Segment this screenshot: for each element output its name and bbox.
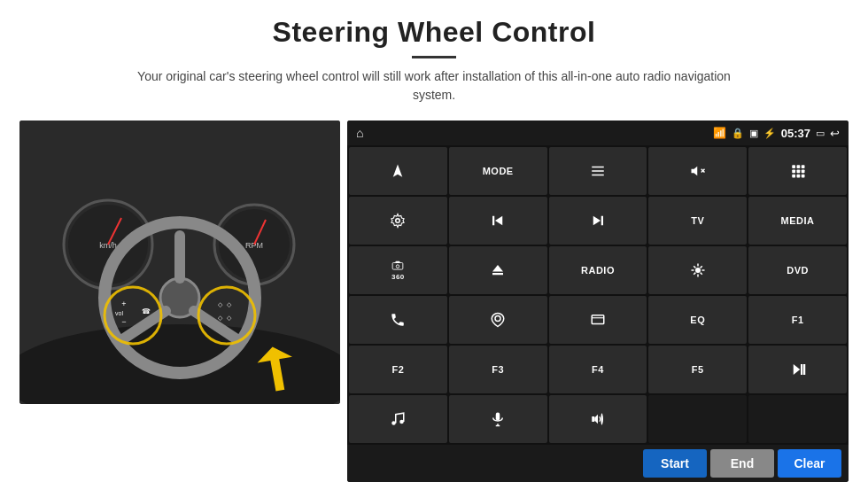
- svg-marker-30: [691, 167, 697, 176]
- svg-point-69: [400, 420, 405, 424]
- svg-line-58: [694, 266, 695, 268]
- btn-eq[interactable]: EQ: [648, 296, 747, 344]
- btn-music[interactable]: [349, 395, 447, 443]
- status-bar: ⌂ 📶 🔒 ▣ ⚡ 05:37 ▭ ↩: [347, 120, 849, 145]
- svg-marker-74: [594, 415, 598, 424]
- bt-icon: ⚡: [763, 128, 776, 139]
- svg-marker-26: [393, 165, 403, 177]
- btn-tv[interactable]: TV: [648, 197, 747, 245]
- action-bar: Start End Clear: [347, 445, 849, 482]
- svg-text:km/h: km/h: [99, 241, 117, 250]
- car-image-panel: km/h RPM + vol: [19, 120, 340, 404]
- svg-rect-38: [801, 170, 804, 174]
- header-section: Steering Wheel Control Your original car…: [0, 0, 868, 113]
- btn-list[interactable]: [549, 147, 647, 195]
- svg-rect-41: [801, 175, 804, 178]
- btn-mode[interactable]: MODE: [449, 147, 547, 195]
- svg-rect-63: [592, 315, 604, 324]
- btn-mic[interactable]: [449, 395, 547, 443]
- svg-rect-33: [792, 165, 795, 168]
- status-right: 📶 🔒 ▣ ⚡ 05:37 ▭ ↩: [713, 127, 840, 140]
- btn-playpause[interactable]: [748, 346, 847, 393]
- home-icon[interactable]: ⌂: [356, 126, 363, 140]
- svg-point-49: [397, 265, 400, 268]
- svg-point-53: [695, 268, 701, 273]
- btn-media[interactable]: MEDIA: [748, 197, 847, 245]
- wifi-icon: 📶: [713, 127, 726, 139]
- svg-text:+: +: [121, 299, 126, 308]
- btn-360cam[interactable]: 360: [349, 246, 447, 294]
- svg-rect-28: [592, 170, 604, 172]
- btn-f5[interactable]: F5: [648, 346, 747, 393]
- btn-gps[interactable]: [449, 296, 547, 344]
- svg-rect-47: [601, 216, 603, 226]
- btn-brightness[interactable]: [648, 246, 747, 294]
- svg-rect-52: [492, 273, 503, 275]
- btn-grid: MODE: [347, 145, 849, 445]
- btn-phone[interactable]: [349, 296, 447, 344]
- svg-rect-37: [796, 170, 800, 174]
- btn-next[interactable]: [549, 197, 647, 245]
- svg-point-42: [396, 219, 400, 223]
- content-section: km/h RPM + vol: [0, 113, 868, 482]
- control-panel: ⌂ 📶 🔒 ▣ ⚡ 05:37 ▭ ↩ MODE: [347, 120, 849, 482]
- page-wrapper: Steering Wheel Control Your original car…: [0, 0, 868, 482]
- svg-rect-39: [792, 175, 795, 178]
- back-icon[interactable]: ↩: [830, 127, 840, 140]
- btn-radio[interactable]: RADIO: [549, 246, 647, 294]
- svg-rect-44: [492, 216, 494, 226]
- svg-rect-50: [396, 261, 400, 263]
- btn-window[interactable]: [549, 296, 647, 344]
- svg-line-59: [700, 273, 701, 275]
- svg-point-68: [392, 421, 397, 425]
- svg-point-62: [495, 316, 500, 322]
- btn-f1[interactable]: F1: [748, 296, 847, 344]
- end-button[interactable]: End: [710, 449, 774, 478]
- empty-cell-1: [648, 395, 747, 443]
- btn-prev[interactable]: [449, 197, 547, 245]
- screen-icon: ▭: [816, 128, 825, 139]
- svg-marker-43: [495, 216, 502, 226]
- btn-f3[interactable]: F3: [449, 346, 547, 393]
- svg-marker-51: [492, 265, 503, 272]
- svg-text:RPM: RPM: [245, 241, 263, 250]
- svg-marker-46: [593, 216, 601, 226]
- subtitle: Your original car's steering wheel contr…: [115, 67, 753, 105]
- svg-marker-73: [592, 416, 594, 422]
- svg-rect-40: [796, 175, 800, 178]
- svg-rect-36: [792, 170, 795, 174]
- svg-rect-66: [801, 364, 802, 375]
- svg-rect-70: [496, 413, 500, 421]
- svg-marker-65: [793, 364, 800, 375]
- btn-eject[interactable]: [449, 246, 547, 294]
- sim-icon: ▣: [749, 128, 758, 139]
- svg-rect-29: [592, 175, 604, 176]
- clear-button[interactable]: Clear: [778, 449, 841, 478]
- title-divider: [412, 56, 456, 58]
- lock-icon: 🔒: [732, 128, 744, 139]
- status-time: 05:37: [781, 127, 810, 140]
- svg-rect-27: [592, 167, 604, 168]
- btn-navigate[interactable]: [349, 147, 447, 195]
- page-title: Steering Wheel Control: [35, 16, 833, 49]
- btn-f4[interactable]: F4: [549, 346, 647, 393]
- svg-text:vol: vol: [115, 310, 123, 316]
- btn-f2[interactable]: F2: [349, 346, 447, 393]
- svg-rect-34: [796, 165, 800, 168]
- btn-mute[interactable]: [648, 147, 747, 195]
- svg-text:−: −: [121, 317, 126, 326]
- btn-apps[interactable]: [748, 147, 847, 195]
- empty-cell-2: [748, 395, 847, 443]
- svg-rect-35: [801, 165, 804, 168]
- svg-rect-67: [803, 364, 805, 375]
- btn-vol-phone[interactable]: [549, 395, 647, 443]
- svg-line-61: [694, 273, 695, 275]
- svg-rect-48: [393, 263, 404, 270]
- btn-settings[interactable]: [349, 197, 447, 245]
- btn-dvd[interactable]: DVD: [748, 246, 847, 294]
- start-button[interactable]: Start: [643, 449, 707, 478]
- svg-line-60: [700, 266, 701, 268]
- svg-text:☎: ☎: [142, 307, 151, 315]
